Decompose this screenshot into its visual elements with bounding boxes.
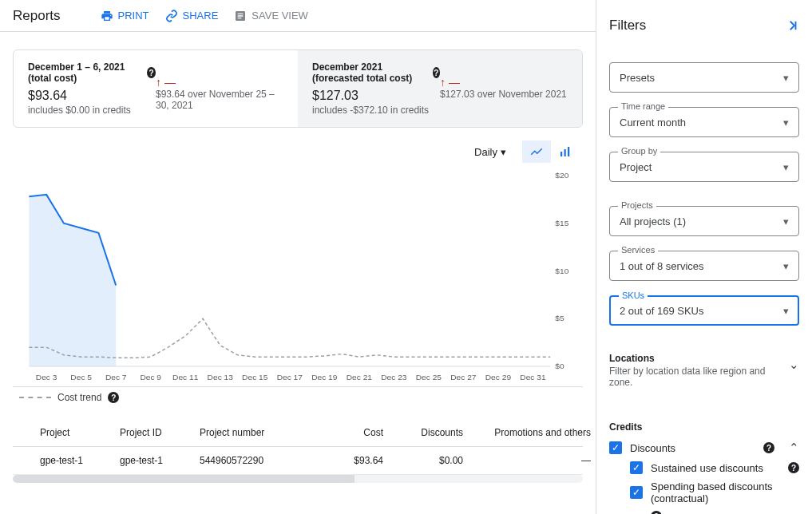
help-icon[interactable]: ? bbox=[433, 67, 440, 78]
caret-down-icon: ▾ bbox=[783, 215, 789, 227]
svg-text:Dec 13: Dec 13 bbox=[208, 373, 234, 382]
share-button[interactable]: SHARE bbox=[157, 5, 227, 27]
svg-text:$5: $5 bbox=[555, 314, 564, 322]
filters-title: Filters bbox=[609, 18, 646, 34]
svg-text:Dec 15: Dec 15 bbox=[242, 373, 268, 382]
col-promo[interactable]: Promotions and others bbox=[463, 427, 591, 438]
bar-chart-toggle[interactable] bbox=[551, 140, 580, 163]
svg-rect-1 bbox=[564, 149, 566, 156]
svg-text:Dec 29: Dec 29 bbox=[485, 373, 512, 382]
legend-label: Cost trend bbox=[57, 392, 101, 403]
svg-text:Dec 23: Dec 23 bbox=[381, 373, 407, 382]
svg-rect-0 bbox=[560, 152, 562, 156]
print-icon bbox=[101, 10, 113, 22]
interval-dropdown[interactable]: Daily ▾ bbox=[466, 141, 514, 163]
presets-dropdown[interactable]: Presets ▾ bbox=[609, 62, 799, 93]
save-icon bbox=[234, 10, 247, 22]
help-icon[interactable]: ? bbox=[147, 67, 156, 78]
svg-text:Dec 5: Dec 5 bbox=[70, 373, 92, 382]
card-delta: $93.64 over November 25 – 30, 2021 bbox=[156, 89, 283, 111]
svg-text:Dec 7: Dec 7 bbox=[105, 373, 127, 382]
svg-text:Dec 3: Dec 3 bbox=[36, 373, 57, 382]
col-discounts[interactable]: Discounts bbox=[383, 427, 463, 438]
projects-dropdown[interactable]: Projects All projects (1) ▾ bbox=[609, 206, 799, 236]
help-icon[interactable]: ? bbox=[651, 511, 662, 514]
caret-down-icon: ▾ bbox=[783, 305, 789, 317]
svg-text:$0: $0 bbox=[555, 362, 564, 370]
discounts-checkbox[interactable]: ✓ bbox=[609, 441, 622, 454]
chevron-up-icon[interactable]: ⌃ bbox=[789, 441, 799, 455]
svg-rect-2 bbox=[568, 147, 569, 156]
share-icon bbox=[165, 10, 178, 22]
svg-text:Dec 19: Dec 19 bbox=[311, 373, 338, 382]
svg-text:Dec 31: Dec 31 bbox=[520, 373, 546, 382]
card-value: $93.64 bbox=[28, 89, 156, 103]
total-cost-card[interactable]: December 1 – 6, 2021 (total cost)? $93.6… bbox=[14, 50, 298, 127]
collapse-panel-icon[interactable] bbox=[785, 18, 799, 33]
horizontal-scrollbar[interactable] bbox=[13, 475, 583, 483]
col-project-id[interactable]: Project ID bbox=[120, 427, 200, 438]
caret-down-icon: ▾ bbox=[783, 161, 789, 173]
locations-section[interactable]: Locations bbox=[609, 353, 789, 364]
spending-based-checkbox[interactable]: ✓ bbox=[630, 486, 643, 499]
card-value: $127.03 bbox=[312, 89, 440, 103]
up-arrow-icon: ↑ — bbox=[440, 76, 460, 89]
svg-text:Dec 25: Dec 25 bbox=[416, 373, 442, 382]
card-delta: $127.03 over November 2021 bbox=[440, 89, 568, 100]
table-row[interactable]: gpe-test-1 gpe-test-1 544960572290 $93.6… bbox=[13, 447, 583, 475]
services-dropdown[interactable]: Services 1 out of 8 services ▾ bbox=[609, 251, 799, 281]
svg-text:$10: $10 bbox=[555, 267, 568, 275]
card-sub: includes $0.00 in credits bbox=[28, 105, 156, 116]
svg-text:Dec 27: Dec 27 bbox=[450, 373, 477, 382]
card-label: December 1 – 6, 2021 (total cost) bbox=[28, 61, 142, 84]
chevron-down-icon[interactable]: ⌄ bbox=[789, 358, 799, 372]
help-icon[interactable]: ? bbox=[108, 392, 119, 403]
svg-text:Dec 9: Dec 9 bbox=[140, 373, 161, 382]
line-chart-toggle[interactable] bbox=[522, 140, 551, 163]
forecast-card[interactable]: December 2021 (forecasted total cost)? $… bbox=[298, 50, 582, 127]
svg-text:$15: $15 bbox=[555, 219, 568, 227]
svg-text:$20: $20 bbox=[555, 171, 568, 180]
skus-dropdown[interactable]: SKUs 2 out of 169 SKUs ▾ bbox=[609, 295, 799, 326]
up-arrow-icon: ↑ — bbox=[156, 76, 176, 89]
card-sub: includes -$372.10 in credits bbox=[312, 105, 440, 116]
svg-text:Dec 11: Dec 11 bbox=[172, 373, 199, 382]
col-project[interactable]: Project bbox=[40, 427, 120, 438]
help-icon[interactable]: ? bbox=[788, 462, 799, 473]
caret-down-icon: ▾ bbox=[783, 72, 789, 84]
col-cost[interactable]: Cost bbox=[303, 427, 383, 438]
caret-down-icon: ▾ bbox=[783, 260, 789, 272]
cost-chart: $0$5$10$15$20Dec 3Dec 5Dec 7Dec 9Dec 11D… bbox=[13, 168, 583, 387]
save-view-button[interactable]: SAVE VIEW bbox=[226, 5, 316, 27]
trend-dash-icon bbox=[19, 397, 51, 398]
group-by-dropdown[interactable]: Group by Project ▾ bbox=[609, 152, 799, 182]
time-range-dropdown[interactable]: Time range Current month ▾ bbox=[609, 107, 799, 137]
page-title: Reports bbox=[13, 8, 61, 24]
sustained-use-checkbox[interactable]: ✓ bbox=[630, 461, 643, 474]
cost-table: Project Project ID Project number Cost D… bbox=[13, 419, 583, 475]
svg-text:Dec 17: Dec 17 bbox=[277, 373, 303, 382]
help-icon[interactable]: ? bbox=[763, 442, 774, 453]
caret-down-icon: ▾ bbox=[501, 146, 506, 158]
col-project-number[interactable]: Project number bbox=[200, 427, 303, 438]
caret-down-icon: ▾ bbox=[783, 117, 789, 128]
svg-text:Dec 21: Dec 21 bbox=[347, 373, 373, 382]
card-label: December 2021 (forecasted total cost) bbox=[312, 61, 428, 84]
credits-section: Credits bbox=[609, 421, 642, 433]
print-button[interactable]: PRINT bbox=[93, 5, 157, 27]
